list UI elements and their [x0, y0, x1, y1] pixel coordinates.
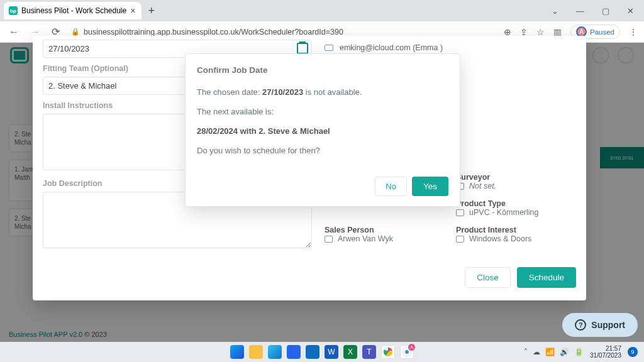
tab-title: Business Pilot - Work Schedule: [21, 6, 126, 15]
notification-badge[interactable]: 9: [628, 347, 638, 357]
surveyor-value: Not set.: [469, 182, 496, 190]
list-icon: [456, 209, 464, 216]
paused-label: Paused: [590, 28, 614, 36]
chevron-down-icon[interactable]: ⌄: [552, 6, 558, 16]
card-icon: [325, 236, 333, 243]
product-interest-label: Product Interest: [456, 226, 576, 234]
teams-icon[interactable]: T: [362, 345, 376, 359]
chevron-up-icon[interactable]: ˄: [524, 348, 528, 356]
outlook-icon[interactable]: [306, 345, 319, 359]
close-icon[interactable]: ×: [130, 6, 135, 16]
volume-icon[interactable]: 🔊: [560, 348, 569, 356]
browser-tab-strip: bp Business Pilot - Work Schedule × + ⌄ …: [0, 0, 644, 21]
confirm-line2: The next available is:: [197, 107, 448, 116]
product-type-label: Product Type: [456, 199, 576, 208]
confirm-line4: Do you wish to schedule for then?: [197, 146, 448, 155]
svg-point-3: [405, 350, 409, 354]
system-tray[interactable]: ˄ ☁ 📶 🔊 🔋: [524, 348, 584, 356]
maximize-icon[interactable]: ▢: [602, 6, 609, 16]
lock-icon: 🔒: [71, 28, 80, 36]
explorer-icon[interactable]: [249, 345, 263, 359]
yes-button[interactable]: Yes: [412, 177, 448, 196]
close-button[interactable]: Close: [465, 267, 511, 288]
mail-icon: [325, 45, 333, 51]
url-field[interactable]: 🔒 businesspilottraining.app.businesspilo…: [69, 28, 497, 36]
wifi-icon[interactable]: 📶: [545, 348, 555, 356]
list-icon: [456, 236, 464, 243]
support-label: Support: [591, 320, 625, 330]
product-type-value: uPVC - Kömmerling: [469, 208, 538, 217]
url-text: businesspilottraining.app.businesspilot.…: [84, 28, 343, 36]
calendar-icon[interactable]: [297, 43, 308, 54]
contact-email: emking@icloud.com (Emma ): [340, 43, 443, 52]
tab-favicon: bp: [9, 6, 18, 15]
minimize-icon[interactable]: —: [576, 6, 584, 16]
no-button[interactable]: No: [375, 177, 407, 196]
close-window-icon[interactable]: ✕: [627, 6, 634, 16]
kebab-menu-icon[interactable]: ⋮: [629, 27, 638, 37]
sales-person-label: Sales Person: [325, 226, 445, 234]
contact-email-row: emking@icloud.com (Emma ): [325, 43, 576, 52]
confirm-line3: 28/02/2024 with 2. Steve & Michael: [197, 126, 448, 136]
window-controls: ⌄ — ▢ ✕: [552, 6, 640, 16]
confirm-line1: The chosen date: 27/10/2023 is not avail…: [197, 87, 448, 97]
new-tab-button[interactable]: +: [142, 4, 161, 18]
start-icon[interactable]: [230, 345, 244, 359]
sales-person-value: Arwen Van Wyk: [338, 234, 393, 243]
time-text: 21:57: [590, 345, 621, 352]
product-interest-value: Windows & Doors: [469, 234, 531, 243]
confirm-job-date-popup: Confirm Job Date The chosen date: 27/10/…: [185, 53, 460, 207]
chrome-icon[interactable]: [381, 345, 395, 359]
schedule-button[interactable]: Schedule: [517, 267, 576, 288]
edge-icon[interactable]: [268, 345, 282, 359]
cloud-icon[interactable]: ☁: [533, 348, 540, 356]
excel-icon[interactable]: X: [343, 345, 357, 359]
browser-tab[interactable]: bp Business Pilot - Work Schedule ×: [4, 2, 142, 19]
back-button[interactable]: ←: [6, 26, 21, 38]
windows-taskbar: W X T A ˄ ☁ 📶 🔊 🔋 21:57 31/07/2023 9: [0, 342, 644, 362]
taskbar-apps: W X T A: [230, 345, 414, 359]
support-button[interactable]: ? Support: [562, 313, 638, 337]
surveyor-label: Surveyor: [456, 173, 576, 182]
store-icon[interactable]: [287, 345, 301, 359]
clock[interactable]: 21:57 31/07/2023: [590, 345, 621, 359]
confirm-title: Confirm Job Date: [197, 65, 448, 75]
chrome-active-icon[interactable]: A: [400, 345, 414, 359]
date-text: 31/07/2023: [590, 352, 621, 359]
battery-icon[interactable]: 🔋: [574, 348, 584, 356]
word-icon[interactable]: W: [325, 345, 338, 359]
help-icon: ?: [575, 319, 586, 331]
